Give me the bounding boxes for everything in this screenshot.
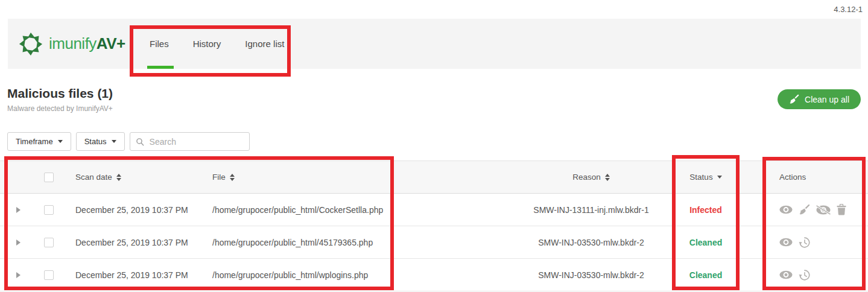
reason-cell: SMW-INJ-13111-inj.mlw.bkdr-1 [513, 194, 670, 226]
search-input[interactable] [148, 136, 244, 147]
status-badge: Cleaned [689, 270, 722, 280]
status-badge: Cleaned [689, 238, 722, 247]
reason-column-label: Reason [572, 173, 601, 182]
page-header: Malicious files (1) Malware detected by … [7, 86, 113, 113]
sort-icon [230, 174, 235, 181]
select-all-checkbox[interactable] [44, 173, 54, 182]
chevron-down-icon [58, 140, 63, 143]
column-header-reason[interactable]: Reason [572, 173, 610, 182]
restore-file-button[interactable] [799, 269, 811, 281]
actions-column-label: Actions [779, 173, 806, 182]
tab-history-label: History [193, 39, 221, 49]
column-header-status[interactable]: Status [689, 173, 721, 182]
chevron-down-icon [112, 140, 116, 143]
trash-icon [837, 204, 846, 215]
scan-date-cell: December 25, 2019 10:37 PM [60, 194, 208, 226]
row-actions [779, 269, 868, 281]
tab-files-label: Files [150, 39, 169, 49]
restore-history-icon [799, 236, 811, 249]
reason-cell: SMW-INJ-03530-mlw.bkdr-2 [513, 259, 670, 291]
sort-icon [605, 174, 610, 181]
timeframe-label: Timeframe [16, 137, 53, 146]
sort-icon [116, 174, 121, 181]
header-band: imunifyAV+ Files History Ignore list [8, 19, 861, 69]
top-bar: 4.3.12-1 [0, 0, 868, 18]
malicious-files-table: Scan date File Reason Status [0, 160, 868, 291]
expand-row-icon[interactable] [16, 240, 21, 246]
view-file-button[interactable] [779, 238, 793, 247]
column-header-scan-date[interactable]: Scan date [75, 173, 121, 182]
eye-off-icon [816, 205, 831, 215]
delete-file-button[interactable] [837, 204, 846, 215]
imunify-starburst-icon [18, 31, 43, 57]
file-column-label: File [212, 173, 226, 182]
column-header-file[interactable]: File [212, 173, 235, 182]
status-dropdown[interactable]: Status [76, 132, 125, 151]
page-title: Malicious files (1) [7, 86, 113, 101]
view-file-button[interactable] [779, 270, 793, 279]
imunify-logo: imunifyAV+ [18, 19, 138, 69]
cleanup-file-button[interactable] [799, 204, 810, 215]
broom-icon [789, 94, 799, 104]
broom-icon [799, 204, 810, 215]
status-column-label: Status [689, 173, 712, 182]
table-row: December 25, 2019 10:37 PM /home/grupoce… [0, 226, 868, 259]
page-subtitle: Malware detected by ImunifyAV+ [7, 104, 113, 113]
filter-bar: Timeframe Status [7, 132, 250, 151]
row-actions [779, 204, 868, 215]
status-filter-label: Status [84, 137, 107, 146]
row-actions [779, 236, 868, 249]
row-checkbox[interactable] [44, 270, 54, 280]
expand-row-icon[interactable] [16, 207, 21, 213]
brand-name-light: imunify [49, 34, 97, 52]
file-cell: /home/grupocer/public_html/CockerSetlla.… [208, 194, 513, 226]
tab-ignore-list-label: Ignore list [245, 39, 284, 49]
status-badge: Infected [689, 205, 722, 215]
brand-name-bold: AV+ [97, 34, 125, 52]
restore-file-button[interactable] [799, 236, 811, 249]
table-row: December 25, 2019 10:37 PM /home/grupoce… [0, 259, 868, 291]
scan-date-cell: December 25, 2019 10:37 PM [60, 259, 208, 291]
file-cell: /home/grupocer/public_html/wplogins.php [208, 259, 513, 291]
scan-date-cell: December 25, 2019 10:37 PM [60, 226, 208, 259]
expand-row-icon[interactable] [16, 272, 21, 278]
eye-icon [779, 238, 793, 247]
scan-date-column-label: Scan date [75, 173, 112, 182]
main-tabs: Files History Ignore list [150, 19, 308, 69]
search-icon [136, 137, 144, 147]
brand-wordmark: imunifyAV+ [49, 34, 125, 53]
clean-up-all-label: Clean up all [805, 95, 849, 104]
tab-ignore-list[interactable]: Ignore list [245, 19, 284, 69]
tab-files[interactable]: Files [150, 19, 169, 69]
timeframe-dropdown[interactable]: Timeframe [7, 132, 71, 151]
search-box [130, 132, 250, 151]
table-row: December 25, 2019 10:37 PM /home/grupoce… [0, 194, 868, 226]
clean-up-all-button[interactable]: Clean up all [778, 89, 861, 109]
restore-history-icon [799, 269, 811, 281]
sort-desc-icon [717, 176, 722, 179]
reason-cell: SMW-INJ-03530-mlw.bkdr-2 [513, 226, 670, 259]
ignore-file-button[interactable] [816, 205, 831, 215]
table-header-row: Scan date File Reason Status [0, 161, 868, 194]
tab-history[interactable]: History [193, 19, 221, 69]
row-checkbox[interactable] [44, 205, 54, 215]
file-cell: /home/grupocer/public_html/45179365.php [208, 226, 513, 259]
view-file-button[interactable] [779, 205, 793, 214]
version-label: 4.3.12-1 [834, 5, 863, 14]
eye-icon [779, 270, 793, 279]
eye-icon [779, 205, 793, 214]
row-checkbox[interactable] [44, 238, 54, 247]
